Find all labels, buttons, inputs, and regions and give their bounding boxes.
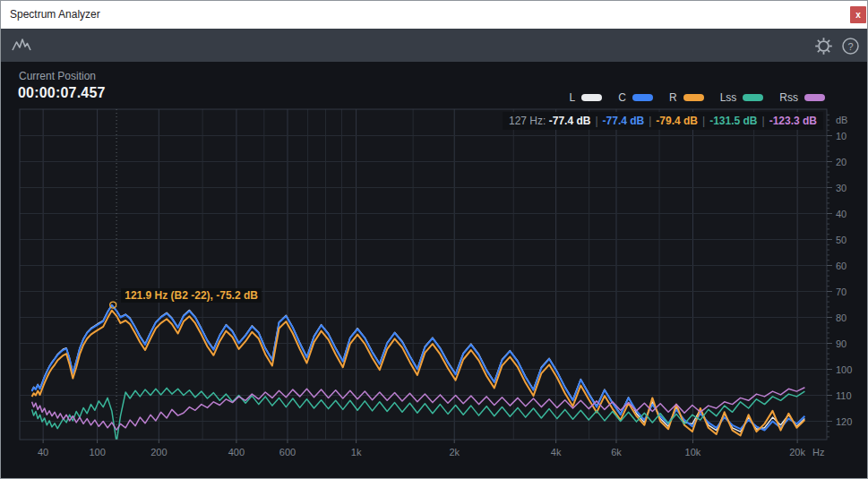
y-tick-label: 60 [836, 261, 847, 271]
x-tick-label: 4k [551, 447, 562, 458]
cursor-readout: 127 Hz: -77.4 dB|-77.4 dB|-79.4 dB|-131.… [503, 112, 823, 130]
x-tick-label: 40 [38, 447, 48, 458]
spectrum-plot[interactable]: 401002004006001k2k4k6k10k20kHz1020304050… [1, 1, 868, 479]
y-tick-label: 30 [836, 183, 847, 193]
peak-annotation: 121.9 Hz (B2 -22), -75.2 dB [121, 288, 262, 303]
y-tick-label: 10 [836, 131, 847, 141]
readout-value-C: -77.4 dB [603, 115, 645, 127]
x-tick-label: 10k [685, 447, 701, 458]
x-tick-label: 2k [449, 447, 460, 458]
y-tick-label: 70 [836, 287, 847, 297]
x-axis-unit: Hz [812, 447, 824, 458]
x-tick-label: 1k [351, 447, 362, 458]
readout-value-Lss: -131.5 dB [709, 115, 757, 127]
x-tick-label: 600 [279, 447, 296, 458]
readout-value-Rss: -123.3 dB [769, 115, 817, 127]
x-tick-label: 200 [150, 447, 167, 458]
readout-frequency: 127 Hz: [509, 115, 546, 127]
readout-separator: | [649, 115, 651, 127]
y-axis-unit: dB [836, 115, 847, 125]
y-tick-label: 110 [836, 390, 852, 401]
y-tick-label: 120 [836, 416, 852, 427]
x-tick-label: 6k [611, 447, 622, 458]
y-tick-label: 20 [836, 157, 847, 167]
readout-value-L: -77.4 dB [549, 115, 591, 127]
readout-value-R: -79.4 dB [656, 115, 698, 127]
readout-separator: | [595, 115, 597, 127]
y-tick-label: 100 [836, 364, 852, 375]
plot-background [20, 109, 827, 440]
x-tick-label: 100 [89, 447, 105, 458]
readout-separator: | [702, 115, 705, 127]
readout-separator: | [762, 115, 765, 127]
y-tick-label: 80 [836, 312, 847, 323]
spectrum-analyzer-window: Spectrum Analyzer x [0, 0, 868, 479]
y-tick-label: 90 [836, 338, 847, 349]
y-tick-label: 40 [836, 209, 847, 219]
x-tick-label: 400 [228, 447, 245, 458]
y-tick-label: 50 [836, 235, 847, 245]
x-tick-label: 20k [789, 447, 805, 458]
